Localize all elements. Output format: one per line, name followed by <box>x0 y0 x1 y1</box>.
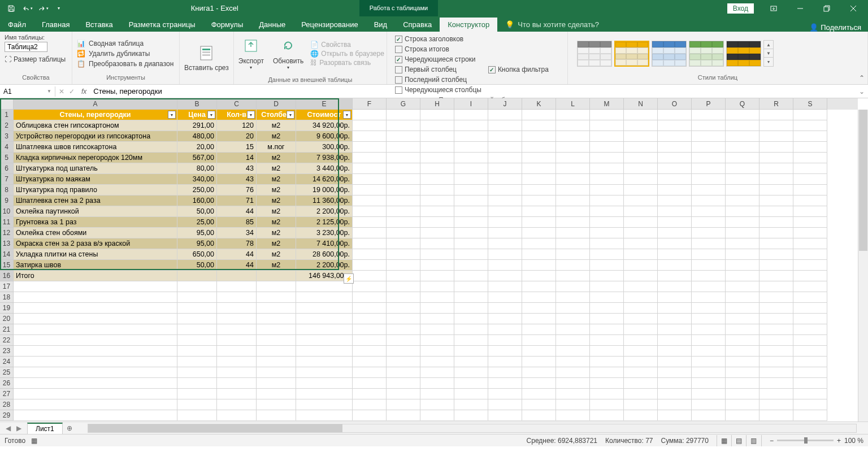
cell[interactable] <box>556 217 590 228</box>
scrollbar-thumb[interactable] <box>88 424 342 432</box>
cell[interactable] <box>522 389 556 399</box>
cell[interactable] <box>522 367 556 378</box>
style-swatch[interactable] <box>652 41 687 67</box>
cell[interactable] <box>760 163 793 174</box>
check-banded-cols[interactable]: Чередующиеся столбцы <box>395 86 481 94</box>
table-cell[interactable] <box>217 271 257 281</box>
table-cell[interactable]: 20 <box>217 131 257 142</box>
cell[interactable] <box>590 142 624 153</box>
cell[interactable] <box>793 206 827 217</box>
cell[interactable] <box>14 335 177 346</box>
cell[interactable] <box>420 324 454 335</box>
cell[interactable] <box>556 228 590 238</box>
gallery-more-button[interactable]: ▾ <box>764 58 773 66</box>
cell[interactable] <box>257 303 296 314</box>
cell[interactable] <box>658 110 692 120</box>
cell[interactable] <box>454 357 488 367</box>
cell[interactable] <box>726 410 760 421</box>
table-cell[interactable]: Штукатурка под правило <box>14 185 177 195</box>
cell[interactable] <box>420 195 454 206</box>
cell[interactable] <box>692 185 726 195</box>
cell[interactable] <box>556 389 590 399</box>
cell[interactable] <box>387 303 420 314</box>
cell[interactable] <box>590 217 624 228</box>
tab-file[interactable]: Файл <box>0 18 34 32</box>
cell[interactable] <box>488 314 522 324</box>
cell[interactable] <box>726 378 760 389</box>
cell[interactable] <box>353 271 387 281</box>
cell[interactable] <box>353 120 387 131</box>
cell[interactable] <box>726 228 760 238</box>
check-total-row[interactable]: Строка итогов <box>395 45 476 53</box>
cell[interactable] <box>454 120 488 131</box>
cell[interactable] <box>692 378 726 389</box>
cell[interactable] <box>624 410 658 421</box>
cell[interactable] <box>387 292 420 303</box>
cell[interactable] <box>454 163 488 174</box>
cell[interactable] <box>257 346 296 357</box>
cell[interactable] <box>454 314 488 324</box>
cell[interactable] <box>658 195 692 206</box>
cell[interactable] <box>420 120 454 131</box>
cell[interactable] <box>556 260 590 271</box>
table-cell[interactable]: Штукатурка под шпатель <box>14 163 177 174</box>
cell[interactable] <box>692 367 726 378</box>
table-cell[interactable]: 291,00 <box>177 120 217 131</box>
row-header-3[interactable]: 3 <box>0 131 14 142</box>
minimize-button[interactable] <box>787 0 813 16</box>
style-swatch[interactable] <box>614 41 649 67</box>
cell[interactable] <box>556 378 590 389</box>
cell[interactable] <box>420 153 454 163</box>
cell[interactable] <box>296 389 353 399</box>
cell[interactable] <box>726 163 760 174</box>
cell[interactable] <box>556 410 590 421</box>
cell[interactable] <box>217 324 257 335</box>
table-header-cell[interactable]: Цена▼ <box>177 110 217 120</box>
cell[interactable] <box>387 120 420 131</box>
cell[interactable] <box>177 410 217 421</box>
cell[interactable] <box>760 346 793 357</box>
cell[interactable] <box>488 163 522 174</box>
cell[interactable] <box>658 292 692 303</box>
cell[interactable] <box>793 163 827 174</box>
cell[interactable] <box>624 110 658 120</box>
cell[interactable] <box>14 303 177 314</box>
table-cell[interactable]: 3 230,00р. <box>296 228 353 238</box>
cell[interactable] <box>488 110 522 120</box>
cell[interactable] <box>556 271 590 281</box>
zoom-slider[interactable] <box>777 440 834 441</box>
cell[interactable] <box>624 153 658 163</box>
table-cell[interactable]: 11 360,00р. <box>296 195 353 206</box>
cell[interactable] <box>454 142 488 153</box>
cell[interactable] <box>522 292 556 303</box>
cell[interactable] <box>692 238 726 249</box>
cell[interactable] <box>556 292 590 303</box>
cell[interactable] <box>14 357 177 367</box>
cell[interactable] <box>353 217 387 228</box>
cell[interactable] <box>488 260 522 271</box>
cell[interactable] <box>590 120 624 131</box>
cell[interactable] <box>296 303 353 314</box>
row-header-7[interactable]: 7 <box>0 174 14 185</box>
cell[interactable] <box>353 185 387 195</box>
table-cell[interactable]: 44 <box>217 249 257 260</box>
row-header-10[interactable]: 10 <box>0 206 14 217</box>
cell[interactable] <box>590 367 624 378</box>
cell[interactable] <box>658 281 692 292</box>
cell[interactable] <box>760 260 793 271</box>
cell[interactable] <box>760 228 793 238</box>
cell[interactable] <box>454 260 488 271</box>
cell[interactable] <box>488 335 522 346</box>
cancel-formula-button[interactable]: ✕ <box>59 88 64 95</box>
table-cell[interactable]: 76 <box>217 185 257 195</box>
cell[interactable] <box>488 153 522 163</box>
cell[interactable] <box>590 174 624 185</box>
cell[interactable] <box>488 271 522 281</box>
cell[interactable] <box>387 314 420 324</box>
refresh-button[interactable]: Обновить▾ <box>268 32 308 75</box>
cell[interactable] <box>387 357 420 367</box>
vertical-scrollbar[interactable] <box>858 110 868 421</box>
cell[interactable] <box>454 378 488 389</box>
cell[interactable] <box>296 399 353 410</box>
table-cell[interactable] <box>257 271 296 281</box>
